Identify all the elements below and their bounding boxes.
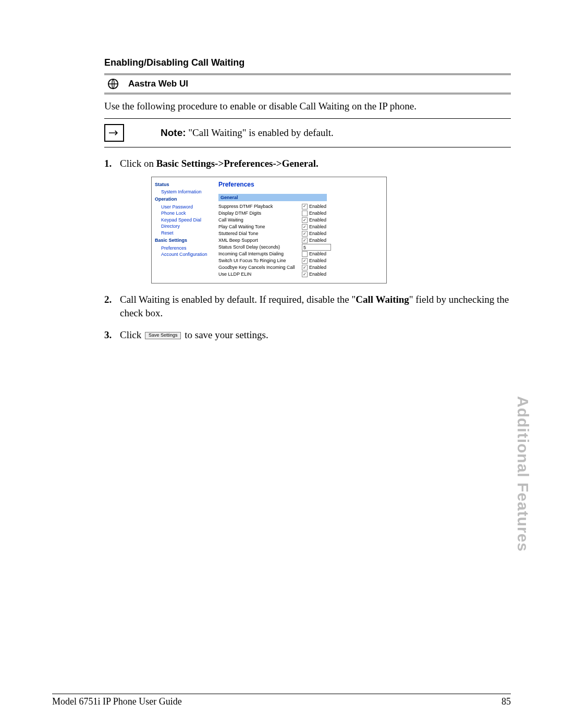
checkbox[interactable]: ✓: [302, 204, 308, 209]
web-ui-bar: Aastra Web UI: [104, 73, 511, 94]
note-prefix: Note:: [161, 127, 186, 138]
enabled-label: Enabled: [309, 257, 326, 264]
sidebar-item[interactable]: Phone Lock: [161, 210, 212, 217]
screenshot-main: Preferences General Suppress DTMF Playba…: [214, 177, 386, 283]
step-3-text-b: to save your settings.: [182, 329, 268, 340]
enabled-label: Enabled: [309, 237, 326, 244]
enabled-label: Enabled: [309, 210, 326, 217]
pref-label: Goodbye Key Cancels Incoming Call: [218, 264, 302, 271]
sidebar-item[interactable]: Directory: [161, 223, 212, 230]
step-1: Click on Basic Settings->Preferences->Ge…: [104, 157, 511, 283]
divider: [104, 147, 511, 147]
section-heading: Enabling/Disabling Call Waiting: [104, 57, 511, 68]
intro-text: Use the following procedure to enable or…: [104, 101, 511, 112]
pref-label: Stuttered Dial Tone: [218, 230, 302, 237]
pref-label: XML Beep Support: [218, 237, 302, 244]
enabled-label: Enabled: [309, 271, 326, 278]
checkbox[interactable]: [302, 251, 308, 257]
sidebar-cat-operation: Operation: [155, 196, 212, 202]
sidebar-item[interactable]: Account Configuration: [161, 251, 212, 258]
step-2-field: Call Waiting: [356, 294, 409, 305]
enabled-label: Enabled: [309, 217, 326, 224]
note-text: Note: "Call Waiting" is enabled by defau…: [161, 127, 334, 139]
divider: [104, 118, 511, 119]
sidebar-cat-basic: Basic Settings: [155, 237, 212, 243]
save-settings-button[interactable]: Save Settings: [145, 332, 181, 339]
pref-label: Play Call Waiting Tone: [218, 224, 302, 230]
sidebar-item[interactable]: System Information: [161, 189, 212, 195]
checkbox[interactable]: [302, 211, 308, 216]
checkbox[interactable]: ✓: [302, 272, 308, 277]
pref-label: Call Waiting: [218, 217, 302, 224]
pref-label: Display DTMF Digits: [218, 210, 302, 217]
sidebar-item[interactable]: User Password: [161, 204, 212, 211]
pref-label: Switch UI Focus To Ringing Line: [218, 257, 302, 264]
pref-label: Use LLDP ELIN: [218, 271, 302, 278]
pref-label: Suppress DTMF Playback: [218, 203, 302, 210]
web-ui-label: Aastra Web UI: [128, 79, 188, 89]
arrow-icon: [104, 124, 124, 142]
checkbox[interactable]: ✓: [302, 238, 308, 243]
page-footer: Model 6751i IP Phone User Guide 85: [52, 694, 511, 707]
checkbox[interactable]: ✓: [302, 217, 308, 223]
step-2-text-a: Call Waiting is enabled by default. If r…: [120, 294, 356, 305]
enabled-label: Enabled: [309, 203, 326, 210]
note-row: Note: "Call Waiting" is enabled by defau…: [104, 124, 511, 142]
checkbox[interactable]: ✓: [302, 265, 308, 270]
sidebar-item[interactable]: Preferences: [161, 245, 212, 252]
step-1-path: Basic Settings->Preferences->General.: [156, 158, 319, 169]
scroll-delay-input[interactable]: 5: [302, 244, 331, 251]
sidebar-item[interactable]: Keypad Speed Dial: [161, 217, 212, 224]
step-2: Call Waiting is enabled by default. If r…: [104, 293, 511, 319]
enabled-label: Enabled: [309, 230, 326, 237]
preferences-title: Preferences: [218, 180, 382, 189]
sidebar-cat-status: Status: [155, 181, 212, 188]
enabled-label: Enabled: [309, 264, 326, 271]
pref-label: Incoming Call Interrupts Dialing: [218, 251, 302, 257]
enabled-label: Enabled: [309, 224, 326, 230]
chapter-tab: Additional Features: [514, 396, 532, 552]
checkbox[interactable]: ✓: [302, 258, 308, 264]
screenshot-sidebar: Status System Information Operation User…: [152, 177, 214, 283]
step-1-text: Click on: [120, 158, 156, 169]
checkbox[interactable]: ✓: [302, 224, 308, 230]
enabled-label: Enabled: [309, 251, 326, 257]
footer-title: Model 6751i IP Phone User Guide: [52, 696, 182, 707]
note-body: "Call Waiting" is enabled by default.: [186, 127, 334, 138]
page-number: 85: [501, 696, 511, 707]
step-3: Click Save Settings to save your setting…: [104, 328, 511, 342]
sidebar-item[interactable]: Reset: [161, 230, 212, 237]
step-3-text-a: Click: [120, 329, 144, 340]
checkbox[interactable]: ✓: [302, 231, 308, 237]
pref-label: Status Scroll Delay (seconds): [218, 244, 302, 251]
general-header: General: [218, 194, 327, 201]
globe-icon: [107, 78, 119, 90]
preferences-screenshot: Status System Information Operation User…: [151, 177, 387, 284]
